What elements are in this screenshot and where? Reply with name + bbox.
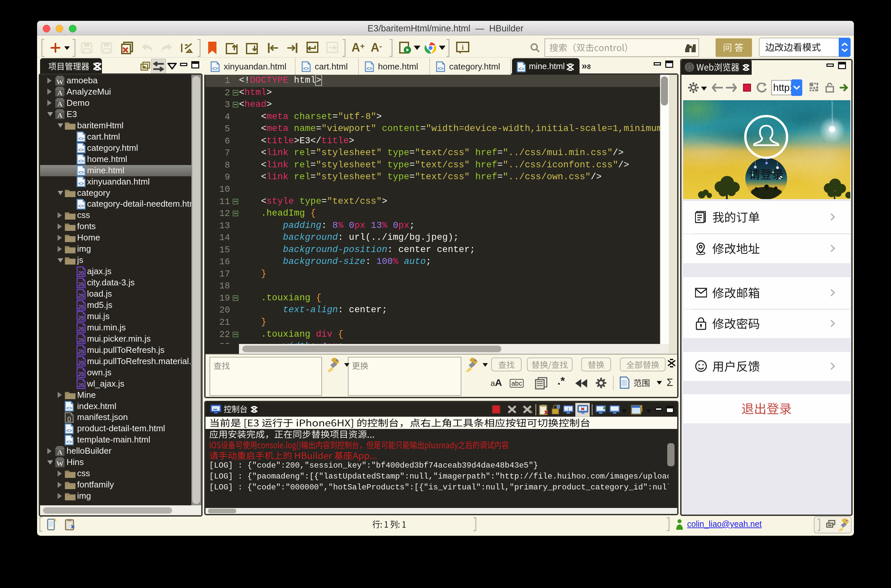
svg-text:i: i — [462, 43, 464, 51]
svg-text:<>: <> — [78, 203, 84, 208]
svg-text:JS: JS — [78, 371, 84, 377]
svg-text:i: i — [567, 406, 569, 411]
svg-text:JS: JS — [78, 293, 84, 298]
svg-text:<>: <> — [78, 136, 84, 141]
svg-text:JS: JS — [78, 382, 84, 388]
svg-text:<>: <> — [66, 405, 72, 411]
svg-text:JS: JS — [78, 282, 84, 287]
svg-text:<>: <> — [66, 439, 72, 444]
svg-text:{}: {} — [67, 416, 71, 422]
svg-text:<>: <> — [303, 66, 309, 71]
svg-text:<>: <> — [78, 181, 84, 186]
svg-text:JS: JS — [78, 338, 84, 343]
svg-text:<>: <> — [212, 66, 218, 71]
svg-text:<>: <> — [438, 66, 444, 71]
svg-text:<>: <> — [78, 147, 84, 153]
svg-text:<>: <> — [78, 158, 84, 164]
svg-text:JS: JS — [78, 326, 84, 332]
svg-text:JS: JS — [78, 360, 84, 366]
svg-text:<>: <> — [66, 428, 72, 433]
svg-text:A: A — [57, 111, 63, 119]
svg-text:<>: <> — [366, 66, 372, 71]
svg-text:A: A — [57, 448, 63, 456]
svg-text:JS: JS — [78, 349, 84, 354]
svg-text:A: A — [57, 88, 63, 97]
svg-text:<>: <> — [78, 170, 84, 175]
svg-text:JS: JS — [78, 270, 84, 276]
svg-text:W: W — [56, 459, 63, 468]
svg-text:A: A — [57, 100, 63, 108]
svg-text:<>: <> — [518, 66, 524, 71]
svg-text:W: W — [56, 78, 63, 86]
svg-text:JS: JS — [78, 315, 84, 321]
svg-text:JS: JS — [78, 304, 84, 310]
